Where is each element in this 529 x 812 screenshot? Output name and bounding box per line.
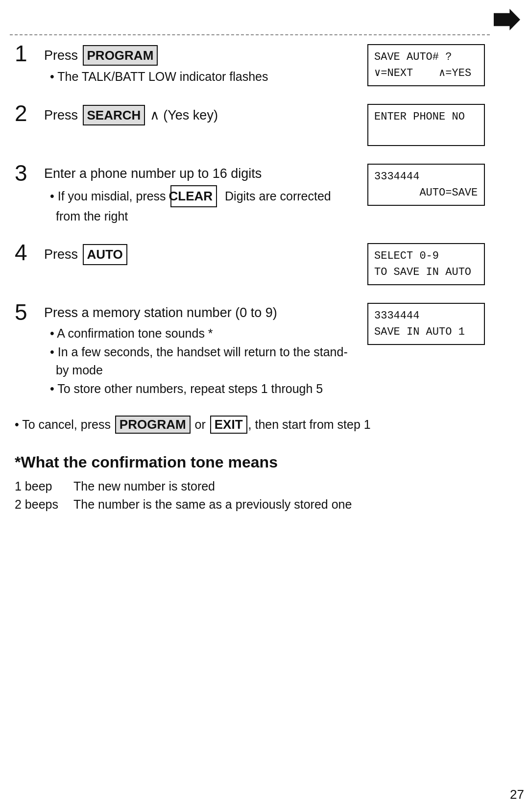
program-key-cancel: PROGRAM xyxy=(115,416,191,434)
step-5-bullet-1: A confirmation tone sounds * xyxy=(44,324,358,343)
beep-1-description: The new number is stored xyxy=(73,479,215,493)
step-2-content: Press SEARCH ∧ (Yes key) xyxy=(44,104,358,146)
step-2-lcd-box: ENTER PHONE NO xyxy=(367,104,485,146)
step-4-lcd-box: SELECT 0-9 TO SAVE IN AUTO xyxy=(367,243,485,285)
step-5-lcd-box: 3334444 SAVE IN AUTO 1 xyxy=(367,303,485,345)
clear-key: CLEAR xyxy=(170,185,217,207)
exit-key: EXIT xyxy=(210,416,247,434)
beep-1-label: 1 beep xyxy=(15,479,64,493)
cancel-note: • To cancel, press PROGRAM or EXIT, then… xyxy=(15,416,485,434)
step-1-row: 1 Press PROGRAM The TALK/BATT LOW indica… xyxy=(15,44,485,86)
page-number: 27 xyxy=(510,787,524,802)
top-divider xyxy=(10,34,490,35)
step-3-lcd: 3334444 AUTO=SAVE xyxy=(367,164,485,225)
step-5-bullet-3: To store other numbers, repeat steps 1 t… xyxy=(44,380,358,398)
step-1-lcd-box: SAVE AUTO# ? ∨=NEXT ∧=YES xyxy=(367,44,485,86)
beep-row-2: 2 beeps The number is the same as a prev… xyxy=(15,497,485,512)
step-2-lcd-line1: ENTER PHONE NO xyxy=(374,109,478,125)
beep-2-description: The number is the same as a previously s… xyxy=(73,497,352,512)
step-5-content: Press a memory station number (0 to 9) A… xyxy=(44,303,358,398)
step-1-lcd: SAVE AUTO# ? ∨=NEXT ∧=YES xyxy=(367,44,485,86)
search-key: SEARCH xyxy=(83,105,145,125)
confirmation-title: *What the confirmation tone means xyxy=(15,453,485,471)
step-4-lcd-line1: SELECT 0-9 xyxy=(374,248,478,264)
step-3-lcd-line1: 3334444 xyxy=(374,169,478,185)
auto-key: AUTO xyxy=(83,244,127,265)
step-2-lcd-line2 xyxy=(374,125,478,141)
step-3-bullet-1: If you misdial, press CLEAR Digits are c… xyxy=(44,185,358,226)
step-3-lcd-line2: AUTO=SAVE xyxy=(374,185,478,201)
main-content: 1 Press PROGRAM The TALK/BATT LOW indica… xyxy=(15,44,485,783)
step-1-lcd-line1: SAVE AUTO# ? xyxy=(374,49,478,65)
step-1-lcd-line2: ∨=NEXT ∧=YES xyxy=(374,65,478,81)
step-1-bullet-1: The TALK/BATT LOW indicator flashes xyxy=(44,68,358,86)
step-3-content: Enter a phone number up to 16 digits If … xyxy=(44,164,358,225)
step-4-lcd-line2: TO SAVE IN AUTO xyxy=(374,264,478,280)
step-4-main: Press AUTO xyxy=(44,244,358,265)
step-2-row: 2 Press SEARCH ∧ (Yes key) ENTER PHONE N… xyxy=(15,104,485,146)
beep-row-1: 1 beep The new number is stored xyxy=(15,479,485,493)
step-3-main: Enter a phone number up to 16 digits xyxy=(44,165,358,183)
step-3-lcd-box: 3334444 AUTO=SAVE xyxy=(367,164,485,206)
step-5-main: Press a memory station number (0 to 9) xyxy=(44,304,358,322)
step-4-content: Press AUTO xyxy=(44,243,358,285)
step-5-lcd-line1: 3334444 xyxy=(374,308,478,324)
step-3-number: 3 xyxy=(15,162,44,225)
confirmation-section: *What the confirmation tone means 1 beep… xyxy=(15,453,485,512)
step-5-number: 5 xyxy=(15,301,44,398)
beep-2-label: 2 beeps xyxy=(15,497,64,512)
step-2-main: Press SEARCH ∧ (Yes key) xyxy=(44,105,358,125)
step-2-lcd: ENTER PHONE NO xyxy=(367,104,485,146)
step-3-row: 3 Enter a phone number up to 16 digits I… xyxy=(15,164,485,225)
step-5-row: 5 Press a memory station number (0 to 9)… xyxy=(15,303,485,398)
step-1-number: 1 xyxy=(15,42,44,86)
step-5-lcd: 3334444 SAVE IN AUTO 1 xyxy=(367,303,485,398)
program-key-1: PROGRAM xyxy=(83,45,158,66)
step-1-content: Press PROGRAM The TALK/BATT LOW indicato… xyxy=(44,44,358,86)
step-4-number: 4 xyxy=(15,241,44,285)
step-4-row: 4 Press AUTO SELECT 0-9 TO SAVE IN AUTO xyxy=(15,243,485,285)
step-5-lcd-line2: SAVE IN AUTO 1 xyxy=(374,324,478,340)
step-2-number: 2 xyxy=(15,102,44,146)
page-arrow-icon xyxy=(494,9,520,30)
step-5-bullet-2: In a few seconds, the handset will retur… xyxy=(44,343,358,380)
step-1-main: Press PROGRAM xyxy=(44,45,358,66)
step-4-lcd: SELECT 0-9 TO SAVE IN AUTO xyxy=(367,243,485,285)
